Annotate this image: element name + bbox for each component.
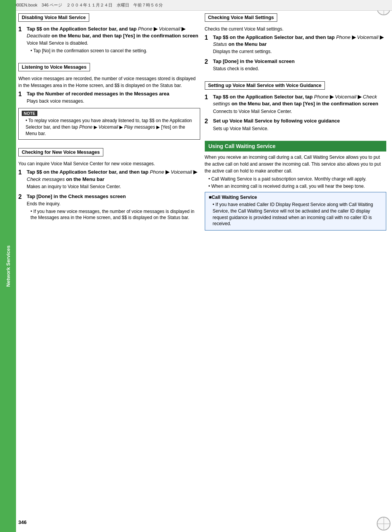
sidebar: Network Services [0,0,16,532]
step-num: 2 [205,58,211,73]
step-num: 1 [18,26,24,55]
checking-settings-intro: Checks the current Voice Mail settings. [205,26,387,32]
step-desc: Sets up Voice Mail Service. [213,126,387,132]
step-setup-2: 2 Set up Voice Mail Service by following… [205,118,387,133]
step-title: Tap [Done] in the Voicemail screen [213,58,387,65]
step-checknew-2: 2 Tap [Done] in the Check messages scree… [18,193,200,222]
step-num: 1 [18,90,24,106]
corner-decoration-br [377,517,390,530]
step-num: 1 [18,169,24,191]
call-waiting-intro: When you receive an incoming call during… [205,154,387,174]
step-content: Set up Voice Mail Service by following v… [213,118,387,133]
step-desc: Makes an inquiry to Voice Mail Service C… [27,184,200,190]
disabling-voicemail-header: Disabling Voice Mail Service [18,13,89,22]
bullet-item: To replay voice messages you have alread… [26,118,197,137]
checking-settings-section: Checking Voice Mail Settings Checks the … [205,13,387,75]
step-title: Tap $$ on the Application Selector bar, … [213,94,387,107]
step-checksettings-1: 1 Tap $$ on the Application Selector bar… [205,34,387,56]
step-desc: Displays the current settings. [213,48,387,55]
disabling-voicemail-section: Disabling Voice Mail Service 1 Tap $$ on… [18,13,200,57]
setup-voicemail-section: Setting up Voice Mail Service with Voice… [205,81,387,135]
step-desc: Plays back voice messages. [27,98,200,105]
left-column: Disabling Voice Mail Service 1 Tap $$ on… [18,13,200,517]
step-bullets: Tap [No] in the confirmation screen to c… [27,48,200,54]
main-content: Disabling Voice Mail Service 1 Tap $$ on… [18,13,386,517]
bullet-item: If you have enabled Caller ID Display Re… [213,202,382,227]
bullet-item: When an incoming call is received during… [209,183,387,190]
listening-voicemail-section: Listening to Voice Messages When voice m… [18,63,200,142]
step-num: 2 [205,118,211,133]
step-content: Tap the Number of recorded messages in t… [27,90,200,106]
step-content: Tap $$ on the Application Selector bar, … [27,169,200,191]
setup-voicemail-header: Setting up Voice Mail Service with Voice… [205,81,325,90]
bullet-item: Tap [No] in the confirmation screen to c… [31,48,200,54]
note-box: NOTE To replay voice messages you have a… [18,108,200,140]
step-bullets: If you have new voice messages, the numb… [27,208,200,221]
step-title: Tap $$ on the Application Selector bar, … [213,34,387,48]
step-title: Tap $$ on the Application Selector bar, … [27,26,200,39]
header-text: 00M1000EN.book 346 ページ ２００４年１１月２４日 水曜日 午… [4,2,163,8]
step-listen-1: 1 Tap the Number of recorded messages in… [18,90,200,106]
step-title: Set up Voice Mail Service by following v… [213,118,387,124]
header-bar: 00M1000EN.book 346 ページ ２００４年１１月２４日 水曜日 午… [0,0,392,11]
sidebar-label: Network Services [5,245,11,287]
info-box-bullets: If you have enabled Caller ID Display Re… [209,202,382,227]
call-waiting-section: Using Call Waiting Service When you rece… [205,141,387,231]
call-waiting-bullets: Call Waiting Service is a paid subscript… [205,176,387,190]
step-num: 2 [18,193,24,222]
step-title: Tap $$ on the Application Selector bar, … [27,169,200,182]
step-checksettings-2: 2 Tap [Done] in the Voicemail screen Sta… [205,58,387,73]
step-title: Tap the Number of recorded messages in t… [27,90,200,97]
bullet-item: If you have new voice messages, the numb… [31,208,200,221]
step-content: Tap [Done] in the Check messages screen … [27,193,200,222]
step-desc: Connects to Voice Mail Service Center. [213,108,387,115]
step-setup-1: 1 Tap $$ on the Application Selector bar… [205,94,387,116]
step-desc: Ends the inquiry. [27,201,200,207]
checking-new-intro: You can inquire Voice Mail Service Cente… [18,160,200,167]
checking-settings-header: Checking Voice Mail Settings [205,13,278,22]
call-waiting-header: Using Call Waiting Service [205,141,387,152]
step-checknew-1: 1 Tap $$ on the Application Selector bar… [18,169,200,191]
info-box-header: ■Call Waiting Service [209,195,382,200]
step-desc: Voice Mail Service is disabled. [27,40,200,47]
bullet-item: Call Waiting Service is a paid subscript… [209,176,387,182]
note-bullets: To replay voice messages you have alread… [22,118,197,137]
right-column: Checking Voice Mail Settings Checks the … [205,13,387,517]
step-content: Tap $$ on the Application Selector bar, … [27,26,200,55]
step-content: Tap $$ on the Application Selector bar, … [213,94,387,116]
listening-intro: When voice messages are recorded, the nu… [18,75,200,89]
page-number: 346 [18,519,27,525]
step-num: 1 [205,94,211,116]
step-num: 1 [205,34,211,56]
checking-new-voicemail-section: Checking for New Voice Messages You can … [18,148,200,224]
note-label: NOTE [22,111,37,116]
step-title: Tap [Done] in the Check messages screen [27,193,200,200]
step-content: Tap [Done] in the Voicemail screen Statu… [213,58,387,73]
listening-voicemail-header: Listening to Voice Messages [18,63,90,71]
step-desc: Status check is ended. [213,66,387,72]
checking-new-voicemail-header: Checking for New Voice Messages [18,148,103,156]
step-disable-1: 1 Tap $$ on the Application Selector bar… [18,26,200,55]
step-content: Tap $$ on the Application Selector bar, … [213,34,387,56]
call-waiting-info-box: ■Call Waiting Service If you have enable… [205,192,387,231]
